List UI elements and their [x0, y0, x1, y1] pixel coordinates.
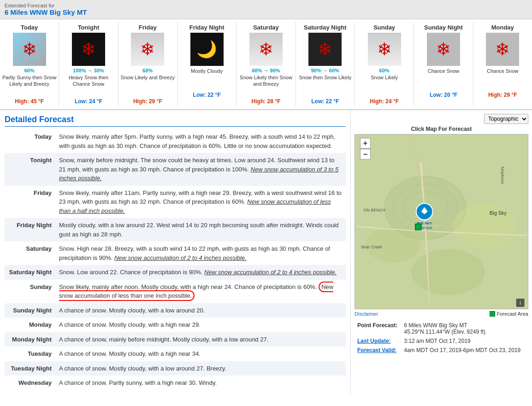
day-desc: Snow Likely — [356, 74, 413, 96]
map-container[interactable]: BIG SKY MONTANA Big Sky Madison ON BENCH… — [355, 134, 528, 309]
header-bar: Extended Forecast for 6 Miles WNW Big Sk… — [0, 0, 532, 19]
day-label: Saturday Night — [297, 24, 354, 31]
period-desc: Snow. Low around 22. Chance of precipita… — [55, 265, 346, 280]
period-desc: Snow. High near 28. Breezy, with a south… — [55, 241, 346, 265]
weather-icon: ❄ — [249, 33, 283, 66]
period-name: Monday Night — [5, 332, 55, 347]
day-temp: Low: 24 °F — [60, 98, 117, 105]
day-desc: Chance Snow — [415, 68, 472, 90]
day-desc: Mostly Cloudy — [178, 68, 235, 90]
period-name: Today — [5, 129, 55, 153]
forecast-day-6[interactable]: Sunday ❄ 60% Snow Likely High: 24 °F — [355, 22, 414, 106]
period-name: Tonight — [5, 153, 55, 186]
weather-icon: ❄ — [72, 33, 105, 66]
day-label: Monday — [474, 24, 531, 31]
day-temp: High: 29 °F — [474, 92, 531, 98]
forecast-day-3[interactable]: Friday Night 🌙 Mostly Cloudy Low: 22 °F — [177, 22, 236, 106]
map-type-select[interactable]: Topographic — [484, 114, 528, 124]
location-title: 6 Miles WNW Big Sky MT — [5, 8, 527, 16]
pf-valid-link[interactable]: Forecast Valid: — [357, 347, 396, 353]
table-row: FridaySnow likely, mainly after 11am. Pa… — [5, 186, 346, 218]
weather-icon: ❄ — [486, 33, 519, 66]
pf-valid-value: 4am MDT Oct 17, 2019-6pm MDT Oct 23, 201… — [402, 346, 527, 354]
legend-box — [490, 311, 495, 317]
map-disclaimer[interactable]: Disclaimer — [355, 311, 378, 317]
pf-label: Point Forecast: — [355, 321, 401, 336]
svg-point-4 — [412, 249, 485, 295]
weather-icon: ❄ — [13, 33, 46, 66]
period-desc: A chance of snow, mainly before midnight… — [55, 332, 346, 347]
table-row: Friday NightMostly cloudy, with a low ar… — [5, 218, 346, 241]
period-name: Friday Night — [5, 218, 55, 241]
table-row: WednesdayA chance of snow. Partly sunny,… — [5, 376, 346, 390]
point-forecast-table: Point Forecast: 6 Miles WNW Big Sky MT 4… — [355, 320, 528, 355]
period-desc: Snow likely, mainly after noon. Mostly c… — [55, 280, 346, 303]
forecast-day-8[interactable]: Monday ❄ Chance Snow High: 29 °F — [473, 22, 532, 106]
weather-icon: ❄ — [131, 33, 164, 66]
table-row: TonightSnow, mainly before midnight. The… — [5, 153, 346, 186]
period-name: Sunday — [5, 280, 55, 303]
pf-last-update-value: 3:12 am MDT Oct 17, 2019 — [402, 337, 527, 345]
day-label: Friday Night — [178, 24, 235, 31]
pf-last-update-link[interactable]: Last Update: — [357, 338, 391, 344]
map-controls-row: Topographic — [355, 114, 528, 124]
period-desc: A chance of snow. Partly sunny, with a h… — [55, 376, 346, 390]
table-row: Sunday NightA chance of snow. Mostly clo… — [5, 303, 346, 318]
period-name: Sunday Night — [5, 303, 55, 318]
svg-text:−: − — [363, 150, 367, 158]
svg-text:ON BENCH: ON BENCH — [363, 208, 385, 212]
period-desc: Snow likely, mainly after 11am. Partly s… — [55, 186, 346, 218]
table-row: MondayA chance of snow. Mostly cloudy, w… — [5, 318, 346, 332]
weather-icon: ❄ — [427, 33, 460, 66]
day-label: Sunday — [356, 24, 413, 31]
detailed-forecast-panel: Detailed Forecast TodaySnow likely, main… — [0, 110, 350, 395]
day-temp: Low: 22 °F — [297, 98, 354, 105]
day-label: Saturday — [237, 24, 294, 31]
day-temp: High: 28 °F — [237, 98, 294, 105]
period-desc: A chance of snow. Mostly cloudy, with a … — [55, 318, 346, 332]
forecast-day-2[interactable]: Friday ❄ 60% Snow Likely and Breezy High… — [118, 22, 177, 106]
period-desc: A chance of snow. Mostly cloudy, with a … — [55, 361, 346, 376]
forecast-day-4[interactable]: Saturday ❄ 60% → 90% Snow Likely then Sn… — [236, 22, 296, 106]
table-row: TuesdayA chance of snow. Mostly cloudy, … — [5, 347, 346, 361]
svg-text:Bear Creek: Bear Creek — [361, 245, 382, 249]
day-desc: Snow then Snow Likely — [297, 74, 354, 96]
period-desc: Snow likely, mainly after 5pm. Partly su… — [55, 129, 346, 153]
svg-text:Big Sky: Big Sky — [490, 210, 507, 216]
svg-point-2 — [453, 203, 517, 249]
svg-text:Madison: Madison — [500, 167, 505, 184]
period-name: Saturday — [5, 241, 55, 265]
svg-text:+: + — [363, 139, 367, 147]
legend-label: Forecast Area — [497, 311, 528, 317]
day-temp: High: 45 °F — [1, 98, 58, 105]
main-content: Detailed Forecast TodaySnow likely, main… — [0, 110, 532, 395]
period-name: Wednesday — [5, 376, 55, 390]
map-legend: Forecast Area — [490, 311, 528, 317]
day-label: Sunday Night — [415, 24, 472, 31]
map-click-label: Click Map For Forecast — [355, 126, 528, 132]
pf-location: 6 Miles WNW Big Sky MT 45.29°N 111.44°W … — [402, 321, 527, 336]
forecast-table: TodaySnow likely, mainly after 5pm. Part… — [5, 129, 346, 390]
table-row: TodaySnow likely, mainly after 5pm. Part… — [5, 129, 346, 153]
day-label: Friday — [119, 24, 176, 31]
day-desc: Snow Likely and Breezy — [119, 74, 176, 96]
forecast-day-5[interactable]: Saturday Night ❄ 90% → 60% Snow then Sno… — [296, 22, 355, 106]
day-desc: Snow Likely then Snow and Breezy — [237, 74, 294, 96]
weather-icon: 🌙 — [190, 33, 224, 66]
day-label: Tonight — [60, 24, 117, 31]
extended-label: Extended Forecast for — [5, 3, 527, 8]
svg-text:i: i — [520, 300, 520, 306]
forecast-day-0[interactable]: Today ❄ 60% Partly Sunny then Snow Likel… — [0, 22, 59, 106]
period-desc: A chance of snow. Mostly cloudy, with a … — [55, 303, 346, 318]
period-desc: A chance of snow. Mostly cloudy, with a … — [55, 347, 346, 361]
day-desc: Chance Snow — [474, 68, 531, 90]
weather-icon: ❄ — [308, 33, 342, 66]
forecast-day-1[interactable]: Tonight ❄ 100% → 30% Heavy Snow then Cha… — [59, 22, 118, 106]
map-disclaimer-row: Disclaimer Forecast Area — [355, 310, 528, 317]
weather-icon: ❄ — [368, 33, 401, 66]
period-desc: Snow, mainly before midnight. The snow c… — [55, 153, 346, 186]
day-label: Today — [1, 24, 58, 31]
day-desc: Heavy Snow then Chance Snow — [60, 74, 117, 96]
forecast-day-7[interactable]: Sunday Night ❄ Chance Snow Low: 20 °F — [414, 22, 473, 106]
detailed-forecast-title: Detailed Forecast — [5, 115, 346, 127]
